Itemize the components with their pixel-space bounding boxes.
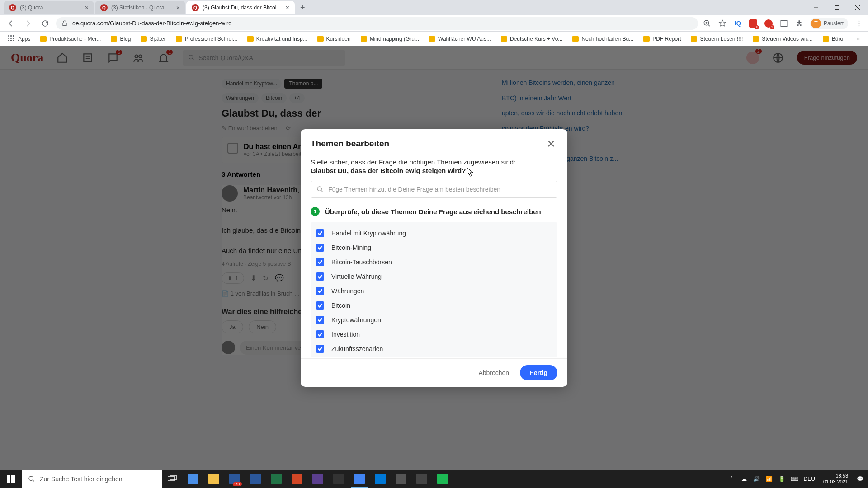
topic-checkbox[interactable] (316, 330, 324, 338)
taskbar-app[interactable]: 99+ (224, 470, 245, 488)
topic-row: Bitcoin-Mining (316, 240, 552, 255)
browser-tab[interactable]: Q (3) Statistiken - Quora × (95, 1, 185, 14)
bookmark-item[interactable]: PDF Report (640, 34, 684, 44)
topic-label: Virtuelle Währung (331, 273, 382, 280)
maximize-button[interactable] (826, 1, 847, 14)
extension-icon[interactable]: 1 (764, 19, 773, 28)
bookmark-item[interactable]: Kreativität und Insp... (244, 34, 311, 44)
wifi-icon[interactable]: 📶 (766, 475, 773, 483)
modal-question: Glaubst Du, dass der Bitcoin ewig steige… (311, 167, 557, 174)
battery-icon[interactable]: 🔋 (778, 475, 786, 483)
url-field[interactable]: de.quora.com/Glaubst-Du-dass-der-Bitcoin… (56, 17, 698, 30)
extensions-menu-icon[interactable] (795, 19, 804, 28)
taskbar-app[interactable] (266, 470, 287, 488)
topic-label: Bitcoin-Mining (331, 244, 371, 251)
tab-close-icon[interactable]: × (85, 4, 89, 11)
bookmark-item[interactable]: Mindmapping (Gru... (357, 34, 423, 44)
task-view-button[interactable] (162, 470, 183, 488)
bookmark-item[interactable]: Noch hochladen Bu... (569, 34, 637, 44)
bookmark-item[interactable]: Produktsuche - Mer... (37, 34, 104, 44)
extension-icon[interactable] (779, 19, 788, 28)
windows-taskbar: Zur Suche Text hier eingeben 99+ ˄ ☁ 🔊 📶… (0, 470, 868, 488)
menu-icon[interactable] (854, 19, 863, 28)
taskbar-app[interactable] (411, 470, 432, 488)
bookmark-item[interactable]: Deutsche Kurs + Vo... (497, 34, 566, 44)
bookmark-item[interactable]: Später (137, 34, 169, 44)
bookmark-item[interactable]: Blog (107, 34, 134, 44)
extension-icon[interactable]: IQ (733, 19, 742, 28)
bookmark-item[interactable]: Steuern Lesen !!!! (687, 34, 746, 44)
new-tab-button[interactable]: + (296, 3, 310, 13)
topic-search-input[interactable] (328, 186, 552, 193)
topic-row: Investition (316, 327, 552, 342)
profile-avatar-icon: T (811, 19, 821, 28)
topic-checkbox[interactable] (316, 345, 324, 353)
profile-chip[interactable]: T Pausiert (810, 18, 848, 29)
taskbar-app[interactable] (370, 470, 391, 488)
browser-tab-active[interactable]: Q (3) Glaubst Du, dass der Bitcoin e × (186, 1, 295, 14)
bookmark-item[interactable]: Steuern Videos wic... (749, 34, 816, 44)
topic-checkbox[interactable] (316, 316, 324, 324)
taskbar-app[interactable] (391, 470, 411, 488)
app-icon (354, 474, 365, 484)
taskbar-app[interactable] (349, 470, 370, 488)
address-bar: de.quora.com/Glaubst-Du-dass-der-Bitcoin… (0, 15, 868, 32)
taskbar-app[interactable] (432, 470, 453, 488)
back-button[interactable] (5, 17, 17, 30)
apps-button[interactable]: Apps (5, 33, 34, 44)
reload-button[interactable] (39, 17, 52, 30)
taskbar-app[interactable] (183, 470, 203, 488)
topic-checkbox[interactable] (316, 258, 324, 266)
taskbar-app[interactable] (287, 470, 307, 488)
cancel-button[interactable]: Abbrechen (471, 366, 516, 380)
profile-status: Pausiert (824, 20, 844, 27)
bookmark-item[interactable]: Kursideen (314, 34, 354, 44)
lock-icon (61, 20, 68, 27)
start-button[interactable] (0, 470, 22, 488)
svg-rect-12 (7, 475, 10, 479)
svg-point-4 (859, 23, 860, 24)
topic-checkbox[interactable] (316, 301, 324, 310)
bookmark-item[interactable]: Professionell Schrei... (172, 34, 241, 44)
taskbar-app[interactable] (328, 470, 349, 488)
bookmarks-overflow[interactable]: » (853, 34, 863, 44)
notifications-icon[interactable]: 💬 (856, 475, 863, 483)
extension-icon[interactable]: 8 (749, 19, 758, 28)
bookmark-item[interactable]: Wahlfächer WU Aus... (425, 34, 495, 44)
folder-icon (643, 36, 650, 42)
forward-button[interactable] (22, 17, 34, 30)
browser-tab[interactable]: Q (3) Quora × (4, 1, 94, 14)
tab-close-icon[interactable]: × (286, 4, 289, 11)
folder-icon (572, 36, 579, 42)
browser-chrome: Q (3) Quora × Q (3) Statistiken - Quora … (0, 0, 868, 46)
done-button[interactable]: Fertig (520, 365, 557, 380)
zoom-icon[interactable] (703, 19, 712, 28)
topic-search[interactable] (311, 181, 557, 198)
clock[interactable]: 18:53 01.03.2021 (821, 473, 851, 485)
tray-chevron-icon[interactable]: ˄ (728, 475, 735, 483)
taskbar-app[interactable] (307, 470, 328, 488)
modal-scroll-area[interactable]: Stelle sicher, dass der Frage die richti… (311, 158, 566, 357)
modal-close-button[interactable] (545, 137, 557, 150)
minimize-button[interactable] (806, 1, 826, 14)
tab-close-icon[interactable]: × (176, 4, 180, 11)
volume-icon[interactable]: 🔊 (753, 475, 760, 483)
topic-checkbox[interactable] (316, 272, 324, 281)
close-window-button[interactable] (847, 1, 868, 14)
topic-checkbox[interactable] (316, 229, 324, 237)
topic-row: Handel mit Kryptowährung (316, 226, 552, 240)
bookmark-item[interactable]: Büro (819, 34, 847, 44)
onedrive-icon[interactable]: ☁ (741, 475, 748, 483)
taskbar-search[interactable]: Zur Suche Text hier eingeben (22, 470, 162, 488)
taskbar-app[interactable] (203, 470, 224, 488)
language-indicator[interactable]: DEU (804, 476, 815, 482)
app-icon (396, 474, 406, 484)
topic-checkbox[interactable] (316, 244, 324, 252)
bookmark-star-icon[interactable] (718, 19, 727, 28)
apps-grid-icon (8, 35, 15, 42)
keyboard-icon[interactable]: ⌨ (791, 475, 798, 483)
topic-checkbox[interactable] (316, 287, 324, 295)
app-icon (250, 474, 261, 484)
app-icon (188, 474, 198, 484)
taskbar-app[interactable] (245, 470, 266, 488)
